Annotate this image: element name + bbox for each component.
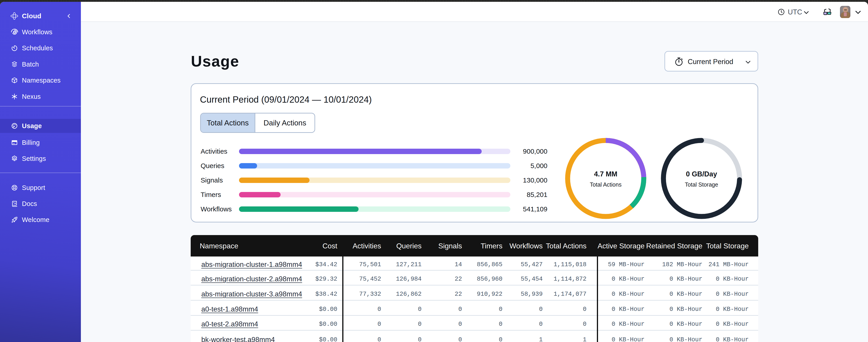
- svg-text:Total Storage: Total Storage: [685, 181, 718, 188]
- svg-text:Total Actions: Total Actions: [590, 181, 622, 188]
- svg-text:4.7 MM: 4.7 MM: [594, 170, 617, 178]
- svg-text:0 GB/Day: 0 GB/Day: [686, 170, 717, 178]
